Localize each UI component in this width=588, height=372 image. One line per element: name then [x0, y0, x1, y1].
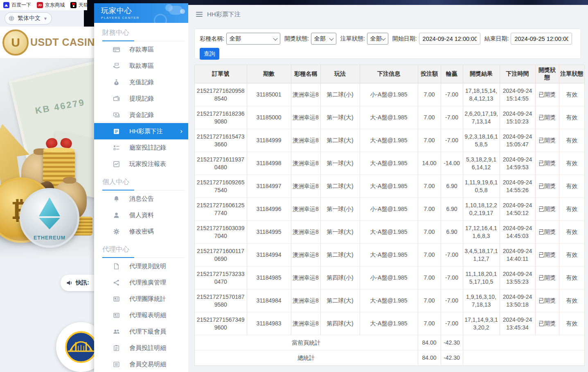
cell-lottery-name: 澳洲幸运8 [291, 106, 320, 129]
cell-bet-time: 2024-09-24 14:40:11 [500, 244, 535, 267]
cell-win-loss: 6.90 [441, 175, 463, 198]
cell-bet-amount: 7.00 [418, 267, 441, 289]
col-header-win-loss: 輸贏 [441, 65, 463, 83]
sidebar-item-label: 消息公告 [129, 195, 154, 203]
cell-order-status: 有效 [559, 267, 584, 289]
bookmark-item[interactable]: 百度一下 [3, 2, 31, 9]
sidebar-item[interactable]: 玩家投注報表 [94, 156, 188, 172]
bookmark-item[interactable]: JD京东商城 [37, 2, 65, 9]
sidebar-item[interactable]: 代理團隊統計 [94, 291, 188, 307]
cell-draw-status: 已開獎 [535, 83, 559, 106]
sidebar-item-label: 代理報表明細 [129, 311, 166, 319]
lottery-bet-icon [113, 128, 120, 135]
col-header-lottery-name: 彩種名稱 [291, 65, 320, 83]
team-stats-icon [113, 296, 120, 303]
cell-period: 31184996 [247, 198, 291, 221]
search-button[interactable]: 查詢 [200, 48, 219, 60]
summary-win-total: -42.30 [441, 350, 463, 365]
cell-lottery-name: 澳洲幸运8 [291, 267, 320, 289]
language-selector[interactable]: 繁体中文 ▼ [5, 12, 52, 25]
language-label: 繁体中文 [18, 15, 41, 22]
cell-bet-time: 2024-09-24 14:50:12 [500, 198, 535, 221]
summary-bet-total: 84.00 [418, 335, 441, 350]
sidebar-item[interactable]: 代理下級會員 [94, 323, 188, 340]
sidebar-item-label: HH彩票下注 [129, 128, 163, 135]
sidebar-section-title: 代理中心 [102, 245, 185, 258]
cell-play-type: 第二球(小) [320, 83, 360, 106]
menu-toggle-icon[interactable] [196, 12, 203, 17]
site-toolbar: 繁体中文 ▼ [0, 10, 84, 27]
cell-lottery-name: 澳洲幸运8 [291, 198, 320, 221]
cell-period: 31184999 [247, 129, 291, 152]
table-row: 215217271570187958031184984澳洲幸运8第二球(大)大-… [195, 289, 584, 312]
sidebar-item[interactable]: 修改密碼 [94, 223, 188, 240]
news-ticker[interactable]: 快訊: [61, 275, 94, 291]
table-row: 215217271573233047031184985澳洲幸运8第四球(小)小-… [195, 267, 584, 289]
cell-draw-result: 9,2,3,18,16,15,8,5 [463, 129, 500, 152]
sidebar-item[interactable]: 代理報表明細 [94, 307, 188, 323]
sidebar-item[interactable]: 個人資料 [94, 207, 188, 223]
player-report-icon [113, 161, 120, 168]
cell-bet-time: 2024-09-24 15:10:23 [500, 106, 535, 129]
draw-status-select[interactable]: 全部 [311, 33, 336, 45]
cell-order-status: 有效 [559, 244, 584, 267]
cell-play-type: 第一球(大) [320, 221, 360, 244]
sidebar-item[interactable]: 取款專區 [94, 58, 188, 74]
cell-draw-result: 11,1,18,20,15,17,10,5 [463, 267, 500, 289]
cell-draw-result: 3,4,5,18,17,11,12,7 [463, 244, 500, 267]
lottery-select[interactable]: 全部 [226, 33, 280, 45]
start-date-label: 開始日期: [392, 35, 417, 43]
cell-win-loss: -7.00 [441, 289, 463, 312]
cell-win-loss: -7.00 [441, 129, 463, 152]
deposit-card-icon [113, 46, 120, 53]
sidebar-item-label: 提現記錄 [129, 95, 154, 103]
sidebar-item-label: 廳室投註記錄 [129, 144, 166, 152]
cell-bet-time: 2024-09-24 13:55:23 [500, 267, 535, 289]
cell-order-status: 有效 [559, 198, 584, 221]
start-date-input[interactable] [419, 33, 480, 45]
bookmark-label: 京东商城 [45, 2, 65, 9]
main-panel: HH彩票下注 彩種名稱: 全部 開獎狀態: 全部 注單狀態: 全部 開始日期: … [188, 5, 588, 372]
order-status-select[interactable]: 全部 [367, 33, 388, 45]
cell-draw-result: 17,12,16,4,11,6,8,3 [463, 221, 500, 244]
sidebar-item[interactable]: 提現記錄 [94, 90, 188, 107]
cell-lottery-name: 澳洲幸运8 [291, 244, 320, 267]
bell-icon [113, 195, 120, 202]
sidebar-item[interactable]: 代理推廣管理 [94, 274, 188, 291]
sidebar-item[interactable]: 消息公告 [94, 190, 188, 207]
jd-favicon: JD [37, 2, 43, 8]
select-caret-icon [273, 36, 277, 40]
customer-service-button[interactable] [56, 322, 94, 372]
cell-bet-time: 2024-09-24 13:45:34 [500, 312, 535, 335]
cell-bet-amount: 7.00 [418, 106, 441, 129]
cell-bet-info: 大-A盤@1.985 [360, 175, 418, 198]
cell-bet-info: 小-A盤@1.985 [360, 198, 418, 221]
cell-draw-result: 17,18,15,14,8,4,12,13 [463, 83, 500, 106]
screen: 百度一下JD京东商城天猫 繁体中文 ▼ U USDT CASINO KB 462… [0, 0, 588, 372]
sidebar-item-label: 會員交易明細 [129, 361, 166, 368]
sidebar-item[interactable]: 充值記錄 [94, 74, 188, 90]
end-date-input[interactable] [511, 33, 572, 45]
sidebar-item[interactable]: 資金記錄 [94, 107, 188, 123]
sidebar-item[interactable]: HH彩票下注› [94, 123, 188, 139]
cell-bet-info: 大-A盤@1.985 [360, 152, 418, 175]
caret-down-icon: ▼ [43, 16, 47, 21]
cell-draw-status: 已開獎 [535, 198, 559, 221]
sidebar-item[interactable]: 代理規則說明 [94, 258, 188, 274]
document-icon [113, 263, 120, 270]
speaker-icon [66, 280, 73, 286]
bookmark-item[interactable]: 天猫 [70, 2, 87, 9]
sidebar-item[interactable]: 會員交易明細 [94, 356, 188, 372]
globe-icon [8, 15, 15, 22]
cell-bet-amount: 7.00 [418, 129, 441, 152]
end-date-label: 結束日期: [484, 35, 509, 43]
sidebar-item[interactable]: 會員投註明細 [94, 340, 188, 356]
sidebar-item[interactable]: 廳室投註記錄 [94, 139, 188, 156]
cell-play-type: 第四球(大) [320, 312, 360, 335]
summary-bet-total: 84.00 [418, 350, 441, 365]
report-detail-icon [113, 312, 120, 319]
cell-period: 31185001 [247, 83, 291, 106]
sidebar-item[interactable]: 存款專區 [94, 41, 188, 58]
gear-icon [113, 228, 120, 235]
cell-bet-time: 2024-09-24 15:05:47 [500, 129, 535, 152]
